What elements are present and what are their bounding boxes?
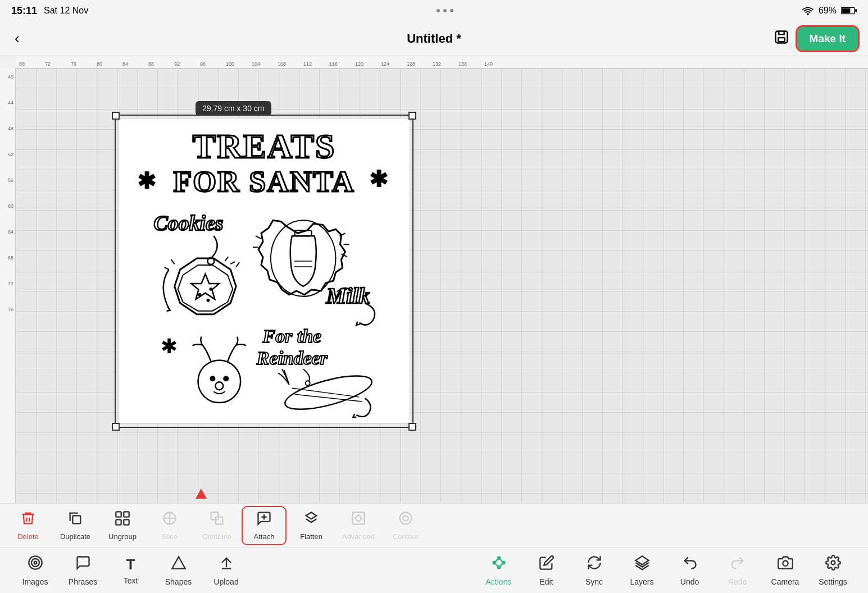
- flatten-button[interactable]: Flatten: [289, 506, 334, 545]
- svg-point-50: [34, 562, 37, 564]
- status-indicators: 69%: [802, 6, 857, 16]
- edit-icon: [539, 555, 555, 574]
- save-button[interactable]: [774, 29, 789, 48]
- sync-nav-button[interactable]: Sync: [570, 551, 618, 590]
- svg-rect-46: [353, 513, 365, 524]
- svg-text:For the: For the: [262, 326, 321, 346]
- ungroup-icon: [115, 510, 130, 530]
- redo-nav-button[interactable]: Redo: [714, 551, 761, 590]
- ruler-mark: 60: [8, 203, 13, 209]
- text-nav-button[interactable]: T Text: [107, 551, 154, 590]
- svg-point-62: [783, 561, 788, 566]
- duplicate-label: Duplicate: [60, 532, 90, 541]
- combine-button[interactable]: Combine: [194, 506, 239, 545]
- layers-nav-button[interactable]: Layers: [618, 551, 666, 590]
- upload-label: Upload: [213, 577, 238, 586]
- top-toolbar: ‹ Untitled * Make It: [0, 21, 868, 56]
- phrases-nav-button[interactable]: Phrases: [59, 551, 107, 590]
- redo-icon: [730, 555, 746, 574]
- canvas-area[interactable]: 29,79 cm x 30 cm TREATS ✱ FOR SANTA ✱ Co…: [16, 69, 868, 503]
- shapes-nav-button[interactable]: Shapes: [154, 551, 202, 590]
- ungroup-label: Ungroup: [108, 532, 137, 541]
- camera-nav-button[interactable]: Camera: [761, 551, 809, 590]
- svg-text:Cookies: Cookies: [153, 211, 223, 235]
- edit-nav-button[interactable]: Edit: [522, 551, 570, 590]
- ruler-mark: 112: [303, 61, 312, 67]
- svg-text:✱: ✱: [161, 335, 178, 358]
- ruler-mark: 72: [45, 61, 51, 67]
- svg-rect-38: [124, 519, 129, 524]
- ruler-mark: 40: [8, 74, 13, 80]
- svg-rect-35: [116, 512, 121, 517]
- svg-marker-12: [178, 265, 233, 311]
- sync-label: Sync: [585, 577, 603, 586]
- contour-label: Contour: [393, 532, 419, 541]
- ruler-mark: 100: [226, 61, 234, 67]
- ruler-mark: 132: [433, 61, 441, 67]
- combine-label: Combine: [202, 532, 231, 541]
- layers-label: Layers: [630, 577, 653, 586]
- make-it-button[interactable]: Make It: [797, 27, 858, 51]
- svg-text:Reindeer: Reindeer: [256, 348, 328, 368]
- status-dots: [437, 9, 453, 12]
- attach-button[interactable]: Attach: [242, 506, 287, 545]
- actions-icon: [491, 555, 507, 574]
- advanced-button[interactable]: Advanced: [336, 506, 381, 545]
- battery-icon: [841, 6, 857, 15]
- ruler-mark: 56: [8, 177, 13, 183]
- handle-bottom-right[interactable]: [408, 423, 416, 431]
- svg-point-15: [209, 288, 212, 291]
- slice-label: Slice: [162, 532, 178, 541]
- ruler-mark: 128: [407, 61, 415, 67]
- svg-rect-37: [116, 519, 121, 524]
- duplicate-icon: [67, 510, 83, 530]
- svg-rect-2: [855, 9, 857, 12]
- ungroup-button[interactable]: Ungroup: [100, 506, 145, 545]
- ruler-mark: 124: [381, 61, 389, 67]
- svg-point-48: [400, 513, 412, 524]
- svg-point-30: [215, 382, 223, 390]
- delete-button[interactable]: Delete: [6, 506, 51, 545]
- contour-button[interactable]: Contour: [383, 506, 428, 545]
- ruler-mark: 76: [8, 307, 13, 312]
- actions-label: Actions: [486, 577, 512, 586]
- undo-icon: [682, 555, 698, 574]
- camera-label: Camera: [771, 577, 799, 586]
- layers-icon: [634, 555, 650, 574]
- ruler-mark: 116: [329, 61, 338, 67]
- bottom-toolbar: Delete Duplicate Ungroup: [0, 503, 868, 548]
- advanced-icon: [351, 510, 366, 530]
- phrases-icon: [75, 555, 91, 574]
- slice-icon: [162, 510, 178, 530]
- attach-label: Attach: [254, 532, 275, 541]
- ruler-mark: 104: [252, 61, 260, 67]
- images-nav-button[interactable]: Images: [11, 551, 59, 590]
- upload-nav-button[interactable]: Upload: [202, 551, 250, 590]
- ruler-mark: 44: [8, 100, 13, 106]
- ruler-mark: 96: [200, 61, 206, 67]
- nav-left: Images Phrases T Text Shapes: [11, 551, 250, 590]
- advanced-label: Advanced: [342, 532, 375, 541]
- ruler-mark: 84: [122, 61, 128, 67]
- svg-marker-13: [192, 274, 220, 299]
- ruler-mark: 88: [148, 61, 154, 67]
- slice-button[interactable]: Slice: [147, 506, 192, 545]
- settings-label: Settings: [819, 577, 847, 586]
- undo-nav-button[interactable]: Undo: [666, 551, 714, 590]
- svg-line-57: [494, 558, 498, 563]
- svg-marker-51: [172, 557, 185, 569]
- ruler-mark: 92: [174, 61, 180, 67]
- svg-line-59: [494, 563, 498, 567]
- save-icon: [774, 29, 789, 45]
- images-label: Images: [22, 577, 48, 586]
- svg-line-58: [499, 558, 503, 563]
- ruler-mark: 68: [19, 61, 25, 67]
- delete-label: Delete: [17, 532, 39, 541]
- wifi-icon: [802, 6, 814, 15]
- design-canvas[interactable]: TREATS ✱ FOR SANTA ✱ Cookies: [118, 118, 410, 424]
- back-button[interactable]: ‹: [10, 28, 24, 49]
- settings-nav-button[interactable]: Settings: [809, 551, 857, 590]
- svg-point-29: [223, 376, 229, 381]
- actions-nav-button[interactable]: Actions: [475, 551, 522, 590]
- duplicate-button[interactable]: Duplicate: [53, 506, 98, 545]
